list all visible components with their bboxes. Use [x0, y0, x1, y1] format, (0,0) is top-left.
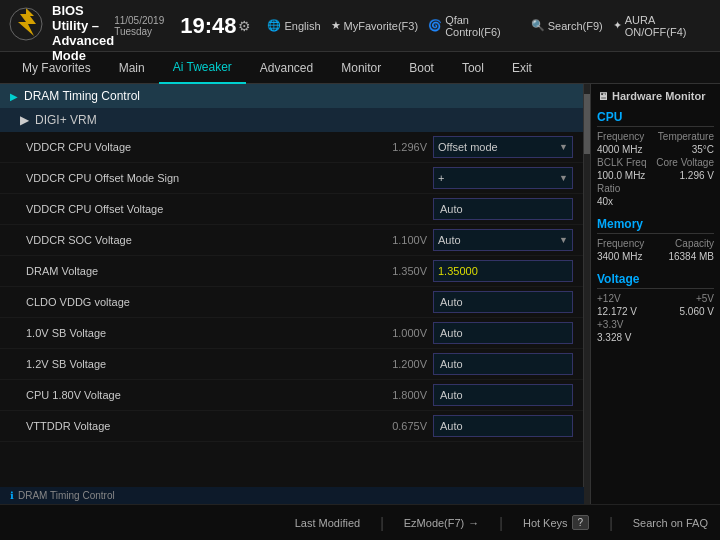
- separator-3: |: [609, 515, 613, 531]
- nav-tool[interactable]: Tool: [448, 52, 498, 84]
- table-row: 1.2V SB Voltage 1.200V Auto: [0, 349, 583, 380]
- nav-ai-tweaker[interactable]: Ai Tweaker: [159, 52, 246, 84]
- cpu-freq-val-row: 4000 MHz 35°C: [597, 144, 714, 155]
- date: 11/05/2019: [114, 15, 164, 26]
- 10v-sb-label: 1.0V SB Voltage: [10, 327, 379, 339]
- table-row: VDDCR CPU Offset Voltage Auto: [0, 194, 583, 225]
- bclk-label: BCLK Freq: [597, 157, 646, 168]
- table-row: DRAM Voltage 1.350V 1.35000: [0, 256, 583, 287]
- 10v-sb-text: Auto: [433, 322, 573, 344]
- cpu-temp-label: Temperature: [658, 131, 714, 142]
- nav-exit[interactable]: Exit: [498, 52, 546, 84]
- dram-voltage-input[interactable]: 1.35000: [433, 260, 573, 282]
- cpu-180v-label: CPU 1.80V Voltage: [10, 389, 379, 401]
- qfan-button[interactable]: 🌀 Qfan Control(F6): [428, 14, 521, 38]
- search-button[interactable]: 🔍 Search(F9): [531, 19, 603, 32]
- nav-main[interactable]: Main: [105, 52, 159, 84]
- ratio-value: 40x: [597, 196, 613, 207]
- chevron-down-icon: ▼: [559, 235, 568, 245]
- cpu-freq-value: 4000 MHz: [597, 144, 643, 155]
- dram-voltage-val: 1.350V: [379, 265, 427, 277]
- offset-voltage-label: VDDCR CPU Offset Voltage: [10, 203, 379, 215]
- v5-label: +5V: [696, 293, 714, 304]
- table-row: VDDCR CPU Voltage 1.296V Offset mode ▼: [0, 132, 583, 163]
- mem-freq-value: 3400 MHz: [597, 251, 643, 262]
- offset-voltage-text: Auto: [433, 198, 573, 220]
- left-panel: ▶ DRAM Timing Control ▶ DIGI+ VRM VDDCR …: [0, 84, 584, 504]
- aura-button[interactable]: ✦ AURA ON/OFF(F4): [613, 14, 712, 38]
- my-favorites-button[interactable]: ★ MyFavorite(F3): [331, 19, 419, 32]
- voltage-section: Voltage +12V +5V 12.172 V 5.060 V +3.3V …: [597, 272, 714, 343]
- v5-value: 5.060 V: [680, 306, 714, 317]
- gear-icon: ⚙: [238, 18, 251, 34]
- vttddr-val: 0.675V: [379, 420, 427, 432]
- v33-val-row: 3.328 V: [597, 332, 714, 343]
- date-time-block: 11/05/2019 Tuesday: [114, 15, 164, 37]
- digi-vrm-header[interactable]: ▶ DIGI+ VRM: [0, 108, 583, 132]
- ratio-val-row: 40x: [597, 196, 714, 207]
- hotkeys-key: ?: [572, 515, 590, 530]
- ezmode-button[interactable]: EzMode(F7) →: [404, 517, 480, 529]
- mem-cap-label: Capacity: [675, 238, 714, 249]
- hotkeys: Hot Keys ?: [523, 515, 589, 530]
- search-faq[interactable]: Search on FAQ: [633, 517, 708, 529]
- separator-1: |: [380, 515, 384, 531]
- vddcr-cpu-voltage-dropdown[interactable]: Offset mode ▼: [433, 136, 573, 158]
- separator-2: |: [499, 515, 503, 531]
- offset-mode-sign-dropdown[interactable]: + ▼: [433, 167, 573, 189]
- core-voltage-value: 1.296 V: [680, 170, 714, 181]
- bclk-row-label: BCLK Freq Core Voltage: [597, 157, 714, 168]
- scrollbar[interactable]: [584, 84, 590, 504]
- v33-value: 3.328 V: [597, 332, 631, 343]
- memory-section-title: Memory: [597, 217, 714, 234]
- star-icon: ★: [331, 19, 341, 32]
- nav-my-favorites[interactable]: My Favorites: [8, 52, 105, 84]
- vddcr-cpu-voltage-label: VDDCR CPU Voltage: [10, 141, 379, 153]
- day: Tuesday: [114, 26, 152, 37]
- cpu-freq-label: Frequency: [597, 131, 644, 142]
- v12-label: +12V: [597, 293, 621, 304]
- cpu-temp-value: 35°C: [692, 144, 714, 155]
- v12-v5-val-row: 12.172 V 5.060 V: [597, 306, 714, 317]
- breadcrumb: ℹ DRAM Timing Control: [0, 487, 584, 504]
- v33-label: +3.3V: [597, 319, 623, 330]
- table-row: VTTDDR Voltage 0.675V Auto: [0, 411, 583, 442]
- nav-bar: My Favorites Main Ai Tweaker Advanced Mo…: [0, 52, 720, 84]
- globe-icon: 🌐: [267, 19, 281, 32]
- table-row: VDDCR CPU Offset Mode Sign + ▼: [0, 163, 583, 194]
- nav-boot[interactable]: Boot: [395, 52, 448, 84]
- mem-labels-row: Frequency Capacity: [597, 238, 714, 249]
- vttddr-label: VTTDDR Voltage: [10, 420, 379, 432]
- memory-section: Memory Frequency Capacity 3400 MHz 16384…: [597, 217, 714, 262]
- monitor-icon: 🖥: [597, 90, 608, 102]
- vddcr-cpu-voltage-val: 1.296V: [379, 141, 427, 153]
- offset-mode-sign-label: VDDCR CPU Offset Mode Sign: [10, 172, 379, 184]
- v12-value: 12.172 V: [597, 306, 637, 317]
- table-row: VDDCR SOC Voltage 1.100V Auto ▼: [0, 225, 583, 256]
- last-modified: Last Modified: [295, 517, 360, 529]
- cpu-section-title: CPU: [597, 110, 714, 127]
- vddcr-soc-voltage-dropdown[interactable]: Auto ▼: [433, 229, 573, 251]
- dram-voltage-label: DRAM Voltage: [10, 265, 379, 277]
- voltage-section-title: Voltage: [597, 272, 714, 289]
- cpu-180v-text: Auto: [433, 384, 573, 406]
- svg-marker-0: [18, 8, 36, 36]
- dram-timing-header[interactable]: ▶ DRAM Timing Control: [0, 84, 583, 108]
- aura-icon: ✦: [613, 19, 622, 32]
- top-icons: 🌐 English ★ MyFavorite(F3) 🌀 Qfan Contro…: [267, 14, 712, 38]
- nav-advanced[interactable]: Advanced: [246, 52, 327, 84]
- bclk-value: 100.0 MHz: [597, 170, 645, 181]
- ratio-row-label: Ratio: [597, 183, 714, 194]
- scroll-thumb[interactable]: [584, 94, 590, 154]
- language-button[interactable]: 🌐 English: [267, 19, 320, 32]
- arrow-right-icon: →: [468, 517, 479, 529]
- hw-monitor-title: 🖥 Hardware Monitor: [597, 90, 714, 102]
- chevron-down-icon: ▼: [559, 142, 568, 152]
- digi-vrm-label: DIGI+ VRM: [35, 113, 97, 127]
- 12v-sb-val: 1.200V: [379, 358, 427, 370]
- nav-monitor[interactable]: Monitor: [327, 52, 395, 84]
- bclk-val-row: 100.0 MHz 1.296 V: [597, 170, 714, 181]
- table-row: CPU 1.80V Voltage 1.800V Auto: [0, 380, 583, 411]
- core-voltage-label: Core Voltage: [656, 157, 714, 168]
- v33-label-row: +3.3V: [597, 319, 714, 330]
